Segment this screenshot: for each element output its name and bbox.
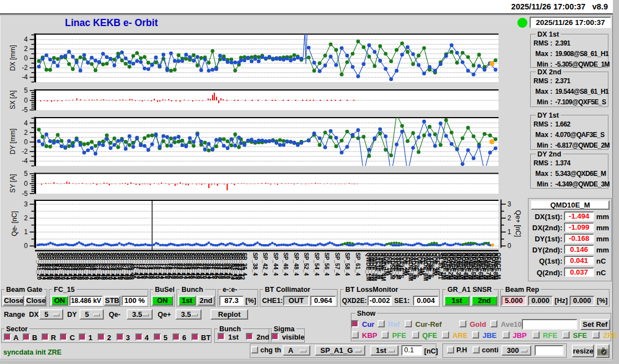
- svg-text:-4: -4: [22, 73, 28, 81]
- svg-text:SP_42_4: SP_42_4: [262, 252, 268, 276]
- svg-text:SP_54_4: SP_54_4: [314, 252, 320, 276]
- svg-text:-5: -5: [22, 190, 28, 198]
- svg-text:2: 2: [507, 214, 511, 222]
- svg-text:2: 2: [24, 45, 28, 53]
- svg-text:DX [mm]: DX [mm]: [9, 45, 17, 71]
- svg-text:0: 0: [24, 242, 28, 250]
- svg-text:4: 4: [24, 36, 28, 43]
- svg-text:-2: -2: [22, 148, 28, 155]
- svg-text:-2: -2: [22, 64, 28, 72]
- svg-text:SP_44_4: SP_44_4: [273, 252, 279, 276]
- svg-text:-4: -4: [22, 157, 28, 165]
- svg-text:5: 5: [24, 170, 28, 178]
- svg-text:2: 2: [24, 129, 28, 136]
- svg-text:SP_58_4: SP_58_4: [344, 252, 350, 276]
- svg-text:Qe- [nC]: Qe- [nC]: [11, 211, 18, 236]
- svg-text:SP_36_4: SP_36_4: [241, 252, 248, 276]
- svg-text:2: 2: [24, 214, 28, 222]
- svg-text:0: 0: [24, 138, 28, 146]
- svg-text:SY [A]: SY [A]: [9, 174, 17, 193]
- svg-text:SP_38_4: SP_38_4: [252, 252, 258, 276]
- svg-text:5: 5: [24, 87, 28, 94]
- svg-text:4: 4: [24, 119, 28, 127]
- svg-text:SP_56_4: SP_56_4: [324, 252, 330, 276]
- svg-text:3: 3: [507, 200, 511, 208]
- svg-text:SP_61_4: SP_61_4: [355, 252, 361, 276]
- svg-text:0: 0: [24, 97, 28, 104]
- svg-text:-5: -5: [22, 106, 28, 114]
- svg-text:SP_48_4: SP_48_4: [293, 252, 299, 276]
- svg-text:3: 3: [24, 200, 28, 208]
- svg-text:SP_57_4: SP_57_4: [334, 252, 340, 276]
- svg-text:Qe+ [nC]: Qe+ [nC]: [514, 210, 522, 237]
- svg-text:0: 0: [507, 242, 511, 250]
- svg-text:SP_52_4: SP_52_4: [303, 252, 309, 276]
- svg-text:SX [A]: SX [A]: [9, 90, 17, 109]
- svg-text:0: 0: [24, 54, 28, 62]
- svg-text:1: 1: [24, 228, 28, 236]
- svg-text:DY [mm]: DY [mm]: [9, 129, 17, 154]
- svg-text:1: 1: [507, 228, 511, 236]
- svg-text:SP_46_4: SP_46_4: [283, 252, 289, 276]
- svg-text:0: 0: [24, 180, 28, 188]
- svg-text:QF8CE_M: QF8CE_M: [495, 252, 501, 279]
